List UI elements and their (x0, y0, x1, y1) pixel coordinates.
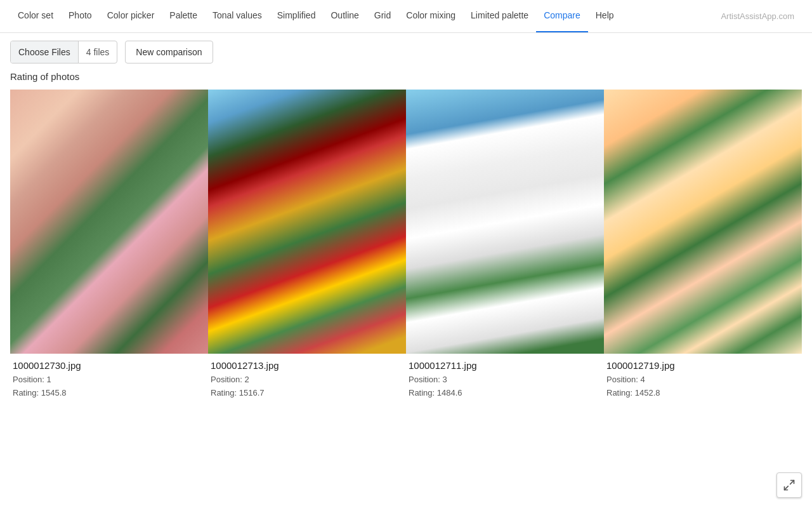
photo-info-4: 1000012719.jpgPosition: 4Rating: 1452.8 (604, 354, 802, 408)
section-heading: Rating of photos (0, 71, 812, 90)
photo-image-1 (10, 90, 208, 354)
photo-meta-4: Position: 4Rating: 1452.8 (606, 373, 799, 400)
photo-filename-2: 1000012713.jpg (211, 360, 403, 371)
nav-item-grid[interactable]: Grid (367, 0, 398, 33)
photo-filename-3: 1000012711.jpg (409, 360, 601, 371)
photo-info-1: 1000012730.jpgPosition: 1Rating: 1545.8 (10, 354, 208, 408)
nav-brand: ArtistAssistApp.com (713, 11, 802, 21)
nav-item-compare[interactable]: Compare (536, 0, 588, 33)
nav-item-tonal-values[interactable]: Tonal values (205, 0, 270, 33)
photo-image-3 (406, 90, 604, 354)
nav-item-simplified[interactable]: Simplified (270, 0, 324, 33)
photo-filename-1: 1000012730.jpg (13, 360, 206, 371)
photo-filename-4: 1000012719.jpg (606, 360, 799, 371)
photo-grid: 1000012730.jpgPosition: 1Rating: 1545.81… (0, 90, 812, 408)
nav-item-color-mixing[interactable]: Color mixing (398, 0, 463, 33)
main-nav: Color setPhotoColor pickerPaletteTonal v… (0, 0, 812, 33)
nav-item-outline[interactable]: Outline (323, 0, 366, 33)
toolbar: Choose Files 4 files New comparison (0, 33, 812, 71)
photo-card-1: 1000012730.jpgPosition: 1Rating: 1545.8 (10, 90, 208, 408)
photo-image-2 (208, 90, 406, 354)
photo-info-2: 1000012713.jpgPosition: 2Rating: 1516.7 (208, 354, 406, 408)
photo-meta-1: Position: 1Rating: 1545.8 (13, 373, 206, 400)
nav-item-color-picker[interactable]: Color picker (100, 0, 162, 33)
choose-files-button[interactable]: Choose Files (11, 41, 79, 64)
photo-meta-2: Position: 2Rating: 1516.7 (211, 373, 403, 400)
photo-card-3: 1000012711.jpgPosition: 3Rating: 1484.6 (406, 90, 604, 408)
nav-item-color-set[interactable]: Color set (10, 0, 61, 33)
photo-meta-3: Position: 3Rating: 1484.6 (409, 373, 601, 400)
file-input-wrapper: Choose Files 4 files (10, 41, 117, 64)
photo-image-4 (604, 90, 802, 354)
nav-item-limited-palette[interactable]: Limited palette (463, 0, 536, 33)
nav-item-help[interactable]: Help (588, 0, 622, 33)
new-comparison-button[interactable]: New comparison (125, 41, 213, 64)
nav-item-palette[interactable]: Palette (162, 0, 205, 33)
photo-card-4: 1000012719.jpgPosition: 4Rating: 1452.8 (604, 90, 802, 408)
file-count: 4 files (79, 47, 117, 57)
nav-item-photo[interactable]: Photo (61, 0, 100, 33)
photo-card-2: 1000012713.jpgPosition: 2Rating: 1516.7 (208, 90, 406, 408)
photo-info-3: 1000012711.jpgPosition: 3Rating: 1484.6 (406, 354, 604, 408)
